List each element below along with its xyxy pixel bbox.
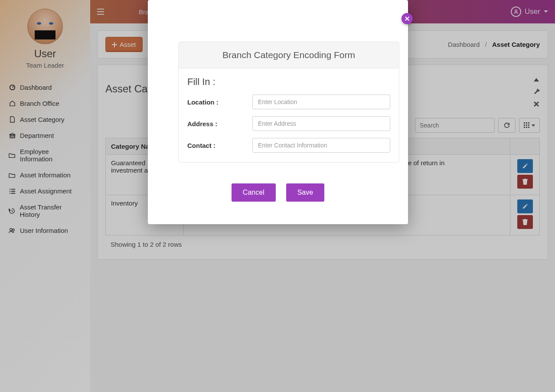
input-address[interactable]: [252, 116, 390, 131]
modal-card: Branch Category Encoding Form Fill In : …: [178, 42, 399, 163]
modal: Branch Category Encoding Form Fill In : …: [148, 0, 408, 224]
modal-section-title: Fill In :: [187, 76, 390, 88]
input-contact[interactable]: [252, 138, 390, 153]
modal-close-button[interactable]: [402, 13, 413, 24]
save-button[interactable]: Save: [286, 183, 324, 202]
modal-title: Branch Category Encoding Form: [179, 42, 399, 69]
cancel-button[interactable]: Cancel: [232, 183, 276, 202]
label-address: Address :: [187, 120, 252, 127]
label-location: Location :: [187, 98, 252, 106]
label-contact: Contact :: [187, 142, 252, 149]
input-location[interactable]: [252, 95, 390, 109]
